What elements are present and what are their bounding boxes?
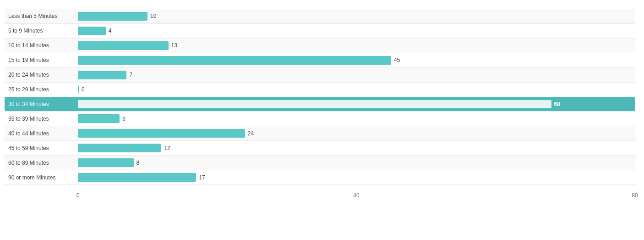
bar-label: 90 or more Minutes: [5, 174, 78, 181]
x-axis-label: 0: [76, 192, 80, 199]
bar-track: 7: [78, 69, 635, 81]
bar-value: 45: [394, 57, 400, 63]
bar-track: 68: [78, 98, 635, 111]
bar-label: 10 to 14 Minutes: [5, 42, 78, 49]
bar-row: 30 to 34 Minutes68: [5, 97, 635, 112]
bar-row: 40 to 44 Minutes24: [5, 126, 635, 141]
bar-fill: [78, 144, 161, 152]
grid-line: [635, 9, 635, 185]
bar-row: 25 to 29 Minutes0: [5, 83, 635, 97]
bar-fill: [78, 129, 245, 138]
bar-label: Less than 5 Minutes: [5, 13, 78, 19]
bar-value: 68: [554, 101, 560, 107]
bar-label: 20 to 24 Minutes: [5, 72, 78, 78]
bar-row: 15 to 19 Minutes45: [5, 53, 635, 68]
bar-fill: [78, 85, 79, 94]
bar-track: 24: [78, 127, 635, 140]
bar-value: 8: [136, 160, 140, 166]
bar-track: 12: [78, 142, 635, 154]
bar-fill: [78, 27, 106, 35]
bar-value: 0: [82, 86, 85, 93]
bar-value: 12: [164, 145, 170, 151]
bar-row: 35 to 39 Minutes6: [5, 112, 635, 126]
bar-track: 10: [78, 10, 635, 22]
bar-label: 40 to 44 Minutes: [5, 130, 78, 137]
x-axis: 04080: [78, 186, 635, 199]
bar-track: 0: [78, 84, 635, 96]
bar-fill: [78, 158, 134, 167]
bar-label: 35 to 39 Minutes: [5, 116, 78, 122]
bar-row: 5 to 9 Minutes4: [5, 24, 635, 39]
bar-label: 5 to 9 Minutes: [5, 28, 78, 34]
bar-row: 45 to 59 Minutes12: [5, 141, 635, 156]
bar-track: 8: [78, 156, 635, 169]
bar-value: 6: [122, 116, 126, 122]
bar-track: 4: [78, 25, 635, 37]
bar-fill: [78, 100, 551, 109]
bar-fill: [78, 12, 147, 21]
bars-container: Less than 5 Minutes105 to 9 Minutes410 t…: [5, 9, 635, 185]
bar-row: 20 to 24 Minutes7: [5, 68, 635, 83]
x-axis-label: 80: [632, 192, 638, 199]
bar-track: 17: [78, 171, 635, 184]
bar-label: 25 to 29 Minutes: [5, 86, 78, 93]
bar-fill: [78, 41, 169, 50]
bar-value: 13: [171, 42, 177, 49]
bar-value: 17: [199, 174, 205, 181]
main-container: Less than 5 Minutes105 to 9 Minutes410 t…: [0, 0, 644, 240]
x-axis-label: 40: [353, 192, 359, 199]
bar-value: 4: [109, 28, 112, 34]
bar-row: Less than 5 Minutes10: [5, 9, 635, 24]
bar-label: 60 to 89 Minutes: [5, 160, 78, 166]
bar-row: 10 to 14 Minutes13: [5, 39, 635, 53]
bar-value: 24: [248, 130, 254, 137]
bar-fill: [78, 71, 126, 79]
bar-fill: [78, 173, 196, 182]
bar-track: 45: [78, 54, 635, 67]
bar-row: 60 to 89 Minutes8: [5, 156, 635, 170]
bar-value: 7: [129, 72, 132, 78]
bar-value: 10: [150, 13, 156, 19]
bar-track: 13: [78, 39, 635, 52]
bar-label: 45 to 59 Minutes: [5, 145, 78, 151]
bar-fill: [78, 56, 391, 65]
bar-label: 15 to 19 Minutes: [5, 57, 78, 63]
bar-row: 90 or more Minutes17: [5, 170, 635, 185]
bar-label: 30 to 34 Minutes: [5, 101, 78, 107]
bar-fill: [78, 114, 120, 123]
chart-area: Less than 5 Minutes105 to 9 Minutes410 t…: [5, 9, 635, 199]
bar-track: 6: [78, 112, 635, 125]
